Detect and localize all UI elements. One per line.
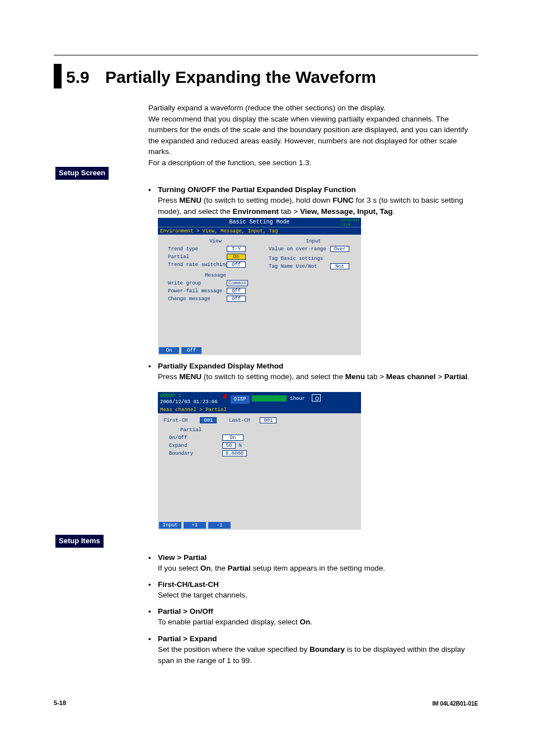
status-bar: GROUP 1 2008/12/03 01:23:06 DISP 1hour: [158, 392, 361, 407]
t: Press: [158, 196, 179, 204]
power-fail-message-field[interactable]: Off: [227, 288, 246, 294]
boundary-field[interactable]: 0.0000: [222, 450, 247, 456]
top-rule: [54, 55, 478, 55]
bullet1-body: Press MENU (to switch to setting mode), …: [158, 195, 472, 217]
input-button[interactable]: Input: [159, 522, 181, 529]
item3-title: Partial > On/Off: [158, 606, 472, 617]
input-header: Input: [269, 238, 358, 245]
section-number: 5.9: [66, 65, 90, 90]
meas-channel: Meas channel: [386, 372, 436, 381]
breadcrumb: Environment > View, Message, Input, Tag: [158, 227, 361, 235]
softkey-bar: Input+1-1: [158, 522, 232, 530]
bullet-icon: •: [148, 579, 151, 590]
tag-name-use-field[interactable]: Not: [330, 263, 349, 269]
t: If you select: [158, 564, 200, 572]
func-key: FUNC: [332, 196, 354, 204]
partial-item: Partial: [228, 564, 251, 572]
on-button[interactable]: On: [159, 347, 179, 354]
bullet1-title: Turning ON/OFF the Partial Expanded Disp…: [158, 184, 472, 195]
tag-name-use-label: Tag Name Use/Not: [269, 263, 330, 270]
menu-tab: Menu: [345, 372, 365, 381]
t: Set the position where the value specifi…: [158, 645, 310, 654]
section-marker: [54, 64, 62, 88]
change-message-field[interactable]: Off: [227, 296, 246, 302]
value-over-range-label: Value on over-range: [269, 245, 330, 253]
write-group-field[interactable]: Common: [227, 280, 248, 286]
setup-screen-badge: Setup Screen: [55, 167, 109, 180]
t: .: [393, 207, 395, 216]
onoff-field[interactable]: On: [222, 435, 243, 441]
section-title: Partially Expanding the Waveform: [105, 65, 376, 90]
partial-label: Partial: [168, 253, 227, 261]
t: Press: [158, 372, 179, 381]
item2-body: Select the target channels.: [158, 590, 472, 601]
item2-title: First-CH/Last-CH: [158, 579, 472, 590]
t: setup item appears in the setting mode.: [251, 564, 385, 572]
onoff-label: On/Off: [169, 434, 222, 442]
item4-body: Set the position where the value specifi…: [158, 644, 472, 666]
page-number: 5-18: [54, 699, 66, 708]
disp-badge: DISP: [231, 395, 250, 404]
trend-rate-switching-field[interactable]: Off: [227, 262, 246, 268]
expand-field[interactable]: 50: [222, 442, 236, 449]
value-over-range-field[interactable]: Over: [330, 246, 349, 252]
progress-bar: [252, 395, 287, 402]
boundary-term: Boundary: [310, 645, 345, 654]
bullet-icon: •: [148, 633, 151, 645]
tag-basic-settings-header: Tag Basic settings: [269, 255, 358, 263]
item4-title: Partial > Expand: [158, 633, 472, 645]
basic-setting-mode-screenshot: Basic Setting Mode Ethernet Link Environ…: [158, 218, 361, 355]
breadcrumb: Meas channel > Partial: [158, 407, 361, 413]
time-span: 1hour: [290, 395, 305, 403]
t: .: [310, 618, 312, 626]
on-option: On: [299, 618, 310, 626]
t: To enable partial expanded display, sele…: [158, 618, 299, 626]
t: (to switch to setting mode), and select …: [202, 372, 345, 381]
setup-items-badge: Setup Items: [55, 535, 104, 548]
plus-one-button[interactable]: +1: [184, 522, 206, 529]
timestamp: 2008/12/03 01:23:06: [160, 399, 218, 406]
last-ch-field[interactable]: 001: [260, 417, 277, 423]
t: .: [467, 372, 470, 381]
environment-tab: Environment: [233, 207, 279, 216]
ethernet-link-label: Ethernet Link: [341, 218, 360, 227]
camera-icon: [312, 394, 321, 402]
first-ch-field[interactable]: 001: [200, 417, 217, 423]
nav-path: View, Message, Input, Tag: [300, 207, 393, 216]
partial-field[interactable]: On: [227, 254, 246, 260]
t: tab >: [365, 372, 386, 381]
menu-key: MENU: [179, 196, 202, 204]
item1-body: If you select On, the Partial setup item…: [158, 563, 472, 574]
partial-setting-screenshot: GROUP 1 2008/12/03 01:23:06 DISP 1hour M…: [158, 392, 361, 530]
item1-title: View > Partial: [158, 552, 472, 563]
trend-type-field[interactable]: T-Y: [227, 246, 246, 252]
off-button[interactable]: Off: [181, 347, 202, 354]
expand-label: Expand: [169, 442, 222, 450]
bullet-icon: •: [148, 552, 151, 563]
partial-section-header: Partial: [180, 427, 355, 434]
power-fail-message-label: Power-fail message: [168, 287, 227, 295]
trend-rate-switching-label: Trend rate switching: [168, 261, 227, 269]
t: , the: [211, 564, 228, 572]
change-message-label: Change message: [168, 295, 227, 303]
bullet2-title: Partially Expanded Display Method: [158, 361, 472, 372]
last-ch-label: Last-CH: [229, 417, 257, 424]
trend-type-label: Trend type: [168, 245, 227, 253]
bullet-icon: •: [148, 606, 151, 617]
intro-paragraph: Partially expand a waveform (reduce the …: [148, 102, 472, 168]
first-ch-label: First-CH: [163, 417, 197, 424]
t: tab >: [279, 207, 300, 216]
partial-item: Partial: [444, 372, 467, 381]
document-id: IM 04L42B01-01E: [432, 700, 478, 708]
view-header: View: [168, 238, 263, 245]
minus-one-button[interactable]: -1: [208, 522, 231, 529]
record-icon: [222, 394, 228, 402]
t: >: [435, 372, 444, 381]
message-header: Message: [168, 272, 263, 279]
on-option: On: [200, 564, 211, 572]
item3-body: To enable partial expanded display, sele…: [158, 617, 472, 628]
bullet-icon: •: [148, 361, 151, 372]
bullet2-body: Press MENU (to switch to setting mode), …: [158, 371, 472, 382]
expand-unit: %: [238, 443, 241, 449]
write-group-label: Write group: [168, 279, 227, 287]
